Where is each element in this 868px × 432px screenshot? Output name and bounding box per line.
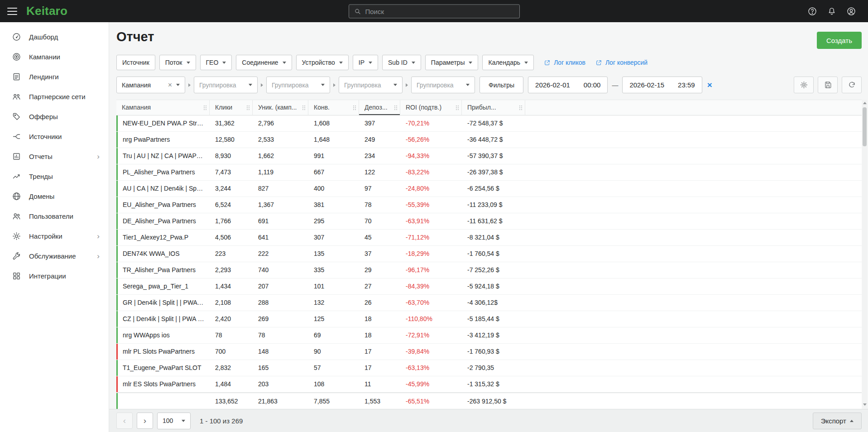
grouping-select[interactable]: Группировка: [339, 77, 403, 93]
campaign-cell[interactable]: AU | CA | NZ | Den4ik | Split | | S...: [116, 181, 210, 197]
column-header-profit[interactable]: Прибыл...: [462, 100, 525, 115]
filter-chip[interactable]: Sub ID: [382, 55, 421, 70]
table-row[interactable]: PL_Alisher_Pwa Partners7,4731,119667122-…: [116, 164, 862, 181]
sidebar-item-integrations[interactable]: Интеграции: [0, 266, 109, 286]
column-drag-handle-icon[interactable]: [519, 105, 523, 111]
campaign-grouping-select[interactable]: Кампания ×: [116, 77, 185, 93]
campaign-cell[interactable]: mlr PL Slots PwaPartners: [116, 344, 210, 360]
table-row[interactable]: AU | CA | NZ | Den4ik | Split | | S...3,…: [116, 181, 862, 197]
next-page-button[interactable]: ›: [137, 413, 153, 429]
filters-button[interactable]: Фильтры: [480, 77, 523, 93]
campaign-cell[interactable]: nrg WWApps ios: [116, 327, 210, 343]
help-icon[interactable]: [807, 6, 817, 16]
table-row[interactable]: TR_Alisher_Pwa Partners2,29374033529-96,…: [116, 262, 862, 278]
column-header-roi[interactable]: ROI (подтв.): [400, 100, 462, 115]
column-header-campaign[interactable]: Кампания: [116, 100, 210, 115]
column-drag-handle-icon[interactable]: [302, 105, 306, 111]
table-row[interactable]: GR | Den4ik | Split | | PWA | Slot2,1082…: [116, 295, 862, 311]
table-row[interactable]: nrg PwaPartners12,5802,5331,648249-56,26…: [116, 132, 862, 148]
create-button[interactable]: Создать: [817, 32, 862, 49]
notifications-icon[interactable]: [827, 6, 837, 16]
campaign-cell[interactable]: EU_Alisher_Pwa Partners: [116, 197, 210, 213]
date-to-input[interactable]: 2026-02-15 23:59: [622, 77, 702, 93]
sidebar-item-domains[interactable]: Домены: [0, 186, 109, 206]
campaign-cell[interactable]: Serega_ pwa_p_Tier_1: [116, 278, 210, 294]
sidebar-item-users[interactable]: Пользователи: [0, 206, 109, 226]
search-input[interactable]: [365, 7, 515, 15]
search-bar[interactable]: [349, 4, 520, 18]
filter-chip[interactable]: Соединение: [236, 55, 292, 70]
grouping-select[interactable]: Группировка: [266, 77, 330, 93]
table-row[interactable]: NEW-EU_DEN PWA.P Stream31,3622,7961,6083…: [116, 115, 862, 132]
scrollbar-thumb[interactable]: [863, 107, 867, 146]
sidebar-item-trends[interactable]: Тренды: [0, 166, 109, 186]
table-row[interactable]: EU_Alisher_Pwa Partners6,5241,36738178-5…: [116, 197, 862, 213]
column-drag-handle-icon[interactable]: [203, 105, 207, 111]
sidebar-item-maintenance[interactable]: Обслуживание›: [0, 246, 109, 266]
campaign-cell[interactable]: TR_Alisher_Pwa Partners: [116, 262, 210, 278]
campaign-cell[interactable]: PL_Alisher_Pwa Partners: [116, 164, 210, 180]
filter-chip[interactable]: ГЕО: [200, 55, 232, 70]
date-from-input[interactable]: 2026-02-01 00:00: [528, 77, 608, 93]
time-from-value[interactable]: 00:00: [584, 81, 601, 89]
table-row[interactable]: nrg WWApps ios78786918-72,91%-3 412,19 $: [116, 327, 862, 344]
sidebar-item-landings[interactable]: Лендинги: [0, 67, 109, 86]
sidebar-item-sources[interactable]: Источники: [0, 126, 109, 146]
table-row[interactable]: Tier1_Alexey12_Pwa.P4,50664130745-71,12%…: [116, 230, 862, 246]
campaign-cell[interactable]: mlr ES Slots PwaPartners: [116, 376, 210, 392]
filter-chip[interactable]: Параметры: [425, 55, 479, 70]
click-log-link[interactable]: Лог кликов: [544, 59, 585, 66]
campaign-cell[interactable]: nrg PwaPartners: [116, 132, 210, 148]
campaign-cell[interactable]: T1_Eugene_PwaPart SLOT: [116, 360, 210, 376]
column-drag-handle-icon[interactable]: [456, 105, 459, 111]
clear-grouping-icon[interactable]: ×: [168, 82, 172, 89]
filter-chip[interactable]: Устройство: [296, 55, 349, 70]
time-to-value[interactable]: 23:59: [678, 81, 695, 89]
refresh-report-button[interactable]: [842, 77, 862, 93]
scroll-down-arrow-icon[interactable]: [863, 403, 867, 406]
save-report-button[interactable]: [818, 77, 838, 93]
table-row[interactable]: DEN74K WWA_IOS22322213537-18,29%-1 760,5…: [116, 246, 862, 262]
sidebar-item-settings[interactable]: Настройки›: [0, 226, 109, 246]
sidebar-item-reports[interactable]: Отчеты›: [0, 146, 109, 166]
page-size-select[interactable]: 100: [157, 413, 191, 429]
column-drag-handle-icon[interactable]: [246, 105, 250, 111]
filter-chip[interactable]: Календарь: [482, 55, 534, 70]
sidebar-item-campaigns[interactable]: Кампании: [0, 47, 109, 67]
filter-chip[interactable]: IP: [353, 55, 378, 70]
sidebar-item-offers[interactable]: Офферы: [0, 106, 109, 126]
campaign-cell[interactable]: Tier1_Alexey12_Pwa.P: [116, 230, 210, 245]
column-drag-handle-icon[interactable]: [394, 105, 398, 111]
export-button[interactable]: Экспорт: [813, 413, 862, 429]
table-row[interactable]: Tru | AU | NZ | CA | PWAP | SLO...8,9301…: [116, 148, 862, 164]
report-settings-button[interactable]: [794, 77, 814, 93]
campaign-cell[interactable]: CZ | Den4ik | Split | | PWA | Slot: [116, 311, 210, 327]
table-scrollbar[interactable]: [862, 100, 867, 408]
scroll-up-arrow-icon[interactable]: [863, 102, 867, 104]
column-header-deposits[interactable]: Депоз...: [359, 100, 400, 115]
prev-page-button[interactable]: ‹: [116, 413, 133, 429]
table-row[interactable]: Serega_ pwa_p_Tier_11,43420710127-84,39%…: [116, 278, 862, 295]
table-row[interactable]: mlr ES Slots PwaPartners1,48420310811-45…: [116, 376, 862, 393]
grouping-select[interactable]: Группировка: [194, 77, 258, 93]
table-row[interactable]: CZ | Den4ik | Split | | PWA | Slot2,4202…: [116, 311, 862, 327]
clear-dates-icon[interactable]: ×: [707, 81, 712, 89]
column-drag-handle-icon[interactable]: [353, 105, 356, 111]
filter-chip[interactable]: Источник: [116, 55, 155, 70]
column-header-clicks[interactable]: Клики: [210, 100, 253, 115]
conversion-log-link[interactable]: Лог конверсий: [595, 59, 647, 66]
sidebar-item-dashboard[interactable]: Дашборд: [0, 27, 109, 47]
table-row[interactable]: T1_Eugene_PwaPart SLOT2,8321655717-63,13…: [116, 360, 862, 376]
filter-chip[interactable]: Поток: [159, 55, 196, 70]
keitaro-logo[interactable]: Keitaro: [26, 4, 67, 18]
account-icon[interactable]: [846, 6, 856, 16]
sidebar-item-affiliate-networks[interactable]: Партнерские сети: [0, 86, 109, 106]
campaign-cell[interactable]: Tru | AU | NZ | CA | PWAP | SLO...: [116, 148, 210, 164]
campaign-cell[interactable]: DEN74K WWA_IOS: [116, 246, 210, 262]
grouping-select[interactable]: Группировка: [411, 77, 475, 93]
table-row[interactable]: DE_Alisher_Pwa Partners1,76669129570-63,…: [116, 213, 862, 230]
campaign-cell[interactable]: DE_Alisher_Pwa Partners: [116, 213, 210, 229]
menu-icon[interactable]: [7, 8, 17, 15]
campaign-cell[interactable]: GR | Den4ik | Split | | PWA | Slot: [116, 295, 210, 311]
date-from-value[interactable]: 2026-02-01: [535, 81, 570, 89]
